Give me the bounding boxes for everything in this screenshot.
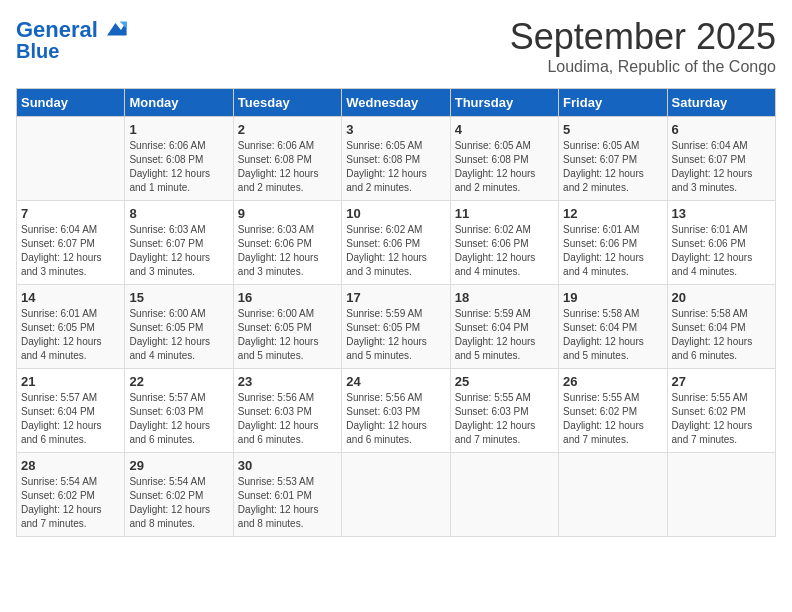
day-info: Sunrise: 5:58 AM Sunset: 6:04 PM Dayligh…	[563, 307, 662, 363]
day-number: 27	[672, 374, 771, 389]
title-block: September 2025 Loudima, Republic of the …	[510, 16, 776, 76]
col-header-monday: Monday	[125, 89, 233, 117]
day-number: 2	[238, 122, 337, 137]
logo-bird-icon	[100, 16, 128, 44]
calendar-cell: 23Sunrise: 5:56 AM Sunset: 6:03 PM Dayli…	[233, 369, 341, 453]
day-info: Sunrise: 6:02 AM Sunset: 6:06 PM Dayligh…	[346, 223, 445, 279]
day-number: 1	[129, 122, 228, 137]
day-number: 24	[346, 374, 445, 389]
day-info: Sunrise: 6:03 AM Sunset: 6:06 PM Dayligh…	[238, 223, 337, 279]
day-number: 25	[455, 374, 554, 389]
subtitle: Loudima, Republic of the Congo	[510, 58, 776, 76]
day-number: 11	[455, 206, 554, 221]
logo-text-line1: General	[16, 18, 98, 42]
col-header-saturday: Saturday	[667, 89, 775, 117]
day-number: 8	[129, 206, 228, 221]
day-info: Sunrise: 6:05 AM Sunset: 6:08 PM Dayligh…	[455, 139, 554, 195]
day-number: 12	[563, 206, 662, 221]
calendar-cell: 7Sunrise: 6:04 AM Sunset: 6:07 PM Daylig…	[17, 201, 125, 285]
day-info: Sunrise: 6:04 AM Sunset: 6:07 PM Dayligh…	[21, 223, 120, 279]
day-info: Sunrise: 6:00 AM Sunset: 6:05 PM Dayligh…	[238, 307, 337, 363]
day-number: 19	[563, 290, 662, 305]
day-info: Sunrise: 6:05 AM Sunset: 6:07 PM Dayligh…	[563, 139, 662, 195]
calendar-week-row: 14Sunrise: 6:01 AM Sunset: 6:05 PM Dayli…	[17, 285, 776, 369]
calendar-cell: 6Sunrise: 6:04 AM Sunset: 6:07 PM Daylig…	[667, 117, 775, 201]
day-number: 10	[346, 206, 445, 221]
day-info: Sunrise: 5:54 AM Sunset: 6:02 PM Dayligh…	[129, 475, 228, 531]
calendar-cell: 20Sunrise: 5:58 AM Sunset: 6:04 PM Dayli…	[667, 285, 775, 369]
day-info: Sunrise: 5:55 AM Sunset: 6:02 PM Dayligh…	[563, 391, 662, 447]
calendar-cell	[450, 453, 558, 537]
day-number: 20	[672, 290, 771, 305]
day-number: 6	[672, 122, 771, 137]
day-info: Sunrise: 5:55 AM Sunset: 6:03 PM Dayligh…	[455, 391, 554, 447]
calendar-cell: 25Sunrise: 5:55 AM Sunset: 6:03 PM Dayli…	[450, 369, 558, 453]
day-info: Sunrise: 6:04 AM Sunset: 6:07 PM Dayligh…	[672, 139, 771, 195]
calendar-week-row: 7Sunrise: 6:04 AM Sunset: 6:07 PM Daylig…	[17, 201, 776, 285]
col-header-tuesday: Tuesday	[233, 89, 341, 117]
calendar-cell: 11Sunrise: 6:02 AM Sunset: 6:06 PM Dayli…	[450, 201, 558, 285]
day-info: Sunrise: 5:57 AM Sunset: 6:04 PM Dayligh…	[21, 391, 120, 447]
calendar-table: SundayMondayTuesdayWednesdayThursdayFrid…	[16, 88, 776, 537]
calendar-cell: 19Sunrise: 5:58 AM Sunset: 6:04 PM Dayli…	[559, 285, 667, 369]
calendar-cell: 2Sunrise: 6:06 AM Sunset: 6:08 PM Daylig…	[233, 117, 341, 201]
calendar-cell: 15Sunrise: 6:00 AM Sunset: 6:05 PM Dayli…	[125, 285, 233, 369]
col-header-wednesday: Wednesday	[342, 89, 450, 117]
calendar-header-row: SundayMondayTuesdayWednesdayThursdayFrid…	[17, 89, 776, 117]
calendar-week-row: 1Sunrise: 6:06 AM Sunset: 6:08 PM Daylig…	[17, 117, 776, 201]
logo: General Blue	[16, 16, 128, 62]
day-number: 15	[129, 290, 228, 305]
calendar-cell: 5Sunrise: 6:05 AM Sunset: 6:07 PM Daylig…	[559, 117, 667, 201]
day-info: Sunrise: 6:00 AM Sunset: 6:05 PM Dayligh…	[129, 307, 228, 363]
day-number: 4	[455, 122, 554, 137]
day-number: 28	[21, 458, 120, 473]
day-info: Sunrise: 5:56 AM Sunset: 6:03 PM Dayligh…	[238, 391, 337, 447]
day-number: 30	[238, 458, 337, 473]
day-number: 21	[21, 374, 120, 389]
calendar-cell: 8Sunrise: 6:03 AM Sunset: 6:07 PM Daylig…	[125, 201, 233, 285]
day-info: Sunrise: 5:58 AM Sunset: 6:04 PM Dayligh…	[672, 307, 771, 363]
calendar-cell: 3Sunrise: 6:05 AM Sunset: 6:08 PM Daylig…	[342, 117, 450, 201]
day-info: Sunrise: 5:56 AM Sunset: 6:03 PM Dayligh…	[346, 391, 445, 447]
calendar-cell: 26Sunrise: 5:55 AM Sunset: 6:02 PM Dayli…	[559, 369, 667, 453]
calendar-cell: 14Sunrise: 6:01 AM Sunset: 6:05 PM Dayli…	[17, 285, 125, 369]
calendar-cell: 12Sunrise: 6:01 AM Sunset: 6:06 PM Dayli…	[559, 201, 667, 285]
day-info: Sunrise: 6:03 AM Sunset: 6:07 PM Dayligh…	[129, 223, 228, 279]
calendar-cell: 9Sunrise: 6:03 AM Sunset: 6:06 PM Daylig…	[233, 201, 341, 285]
calendar-cell: 21Sunrise: 5:57 AM Sunset: 6:04 PM Dayli…	[17, 369, 125, 453]
day-number: 18	[455, 290, 554, 305]
calendar-cell	[667, 453, 775, 537]
day-number: 26	[563, 374, 662, 389]
day-info: Sunrise: 6:06 AM Sunset: 6:08 PM Dayligh…	[238, 139, 337, 195]
day-info: Sunrise: 6:01 AM Sunset: 6:05 PM Dayligh…	[21, 307, 120, 363]
day-number: 9	[238, 206, 337, 221]
day-info: Sunrise: 6:06 AM Sunset: 6:08 PM Dayligh…	[129, 139, 228, 195]
main-title: September 2025	[510, 16, 776, 58]
day-number: 29	[129, 458, 228, 473]
calendar-cell: 13Sunrise: 6:01 AM Sunset: 6:06 PM Dayli…	[667, 201, 775, 285]
day-number: 7	[21, 206, 120, 221]
col-header-sunday: Sunday	[17, 89, 125, 117]
day-info: Sunrise: 6:05 AM Sunset: 6:08 PM Dayligh…	[346, 139, 445, 195]
day-info: Sunrise: 5:55 AM Sunset: 6:02 PM Dayligh…	[672, 391, 771, 447]
calendar-cell	[17, 117, 125, 201]
calendar-cell	[342, 453, 450, 537]
day-number: 3	[346, 122, 445, 137]
calendar-cell: 28Sunrise: 5:54 AM Sunset: 6:02 PM Dayli…	[17, 453, 125, 537]
day-info: Sunrise: 5:59 AM Sunset: 6:04 PM Dayligh…	[455, 307, 554, 363]
col-header-thursday: Thursday	[450, 89, 558, 117]
calendar-week-row: 28Sunrise: 5:54 AM Sunset: 6:02 PM Dayli…	[17, 453, 776, 537]
col-header-friday: Friday	[559, 89, 667, 117]
calendar-cell: 27Sunrise: 5:55 AM Sunset: 6:02 PM Dayli…	[667, 369, 775, 453]
day-number: 16	[238, 290, 337, 305]
calendar-week-row: 21Sunrise: 5:57 AM Sunset: 6:04 PM Dayli…	[17, 369, 776, 453]
day-info: Sunrise: 6:01 AM Sunset: 6:06 PM Dayligh…	[563, 223, 662, 279]
page-header: General Blue September 2025 Loudima, Rep…	[16, 16, 776, 76]
day-number: 17	[346, 290, 445, 305]
calendar-cell: 17Sunrise: 5:59 AM Sunset: 6:05 PM Dayli…	[342, 285, 450, 369]
calendar-cell: 1Sunrise: 6:06 AM Sunset: 6:08 PM Daylig…	[125, 117, 233, 201]
calendar-cell: 22Sunrise: 5:57 AM Sunset: 6:03 PM Dayli…	[125, 369, 233, 453]
day-info: Sunrise: 5:54 AM Sunset: 6:02 PM Dayligh…	[21, 475, 120, 531]
calendar-cell: 24Sunrise: 5:56 AM Sunset: 6:03 PM Dayli…	[342, 369, 450, 453]
calendar-cell: 30Sunrise: 5:53 AM Sunset: 6:01 PM Dayli…	[233, 453, 341, 537]
